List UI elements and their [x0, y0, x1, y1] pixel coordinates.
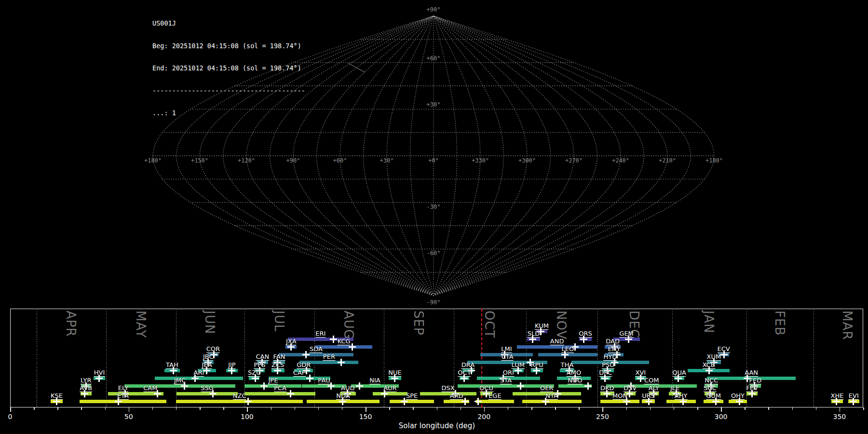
- shower-code-label: SPE: [406, 393, 418, 400]
- shower-code-label: LEO: [562, 346, 574, 353]
- shower-bar: [600, 400, 639, 403]
- x-axis-tick-label: 50: [124, 413, 133, 420]
- shower-bar: [124, 384, 235, 388]
- shower-peak-marker: [306, 375, 313, 382]
- station-id: US001J: [152, 20, 305, 27]
- shower-code-label: KUM: [535, 323, 549, 330]
- longitude-label: +240°: [612, 157, 629, 164]
- shower-code-label: JIP: [228, 362, 236, 369]
- shower-code-label: DSV: [624, 385, 637, 392]
- shower-peak-marker: [338, 359, 345, 366]
- month-label: MAY: [134, 311, 148, 338]
- month-label: JAN: [702, 311, 716, 333]
- shower-code-label: NDA: [336, 393, 350, 400]
- shower-code-label: DRA: [461, 362, 475, 369]
- longitude-label: +0°: [428, 157, 439, 164]
- shower-code-label: ETA: [117, 393, 129, 400]
- shower-code-label: GUM: [706, 393, 721, 400]
- shower-code-label: DKD: [600, 385, 614, 392]
- shower-bar: [176, 392, 237, 395]
- x-axis-minor-tick: [57, 407, 58, 410]
- x-axis-minor-tick: [223, 407, 224, 410]
- longitude-label: +210°: [659, 157, 676, 164]
- end-time: End: 20251012 04:15:08 (sol = 198.74°): [152, 65, 305, 72]
- x-axis-minor-tick: [437, 407, 438, 410]
- shower-peak-marker: [356, 382, 363, 390]
- x-axis-minor-tick: [105, 407, 106, 410]
- longitude-label: +30°: [380, 157, 394, 164]
- shower-bar: [517, 345, 597, 349]
- shower-code-label: HVI: [94, 369, 105, 377]
- x-axis-minor-tick: [508, 407, 509, 410]
- month-label: JUN: [203, 311, 217, 334]
- x-axis-minor-tick: [626, 407, 627, 410]
- shower-code-label: KSE: [51, 393, 63, 400]
- shower-code-label: SZC: [248, 369, 260, 377]
- shower-code-label: CAN: [256, 353, 269, 361]
- x-axis-minor-tick: [318, 407, 319, 410]
- shower-code-label: ORI: [503, 369, 514, 377]
- shower-bar: [315, 345, 372, 349]
- x-axis-major-tick: [129, 407, 130, 412]
- shower-code-label: HYD: [604, 353, 617, 361]
- shower-code-label: OHY: [731, 393, 745, 400]
- grid-meridian: [434, 16, 550, 296]
- shower-peak-marker: [517, 382, 524, 390]
- pole-south-label: -90°: [427, 299, 441, 306]
- shower-code-label: AVB: [80, 385, 92, 392]
- longitude-label: +300°: [518, 157, 536, 164]
- x-axis-minor-tick: [342, 407, 343, 410]
- month-label: OCT: [482, 311, 497, 339]
- shower-code-label: AND: [550, 338, 564, 345]
- x-axis-minor-tick: [816, 407, 817, 410]
- shower-code-label: PER: [323, 353, 335, 361]
- x-axis-minor-tick: [863, 407, 864, 410]
- shower-bar: [244, 392, 315, 395]
- shower-code-label: EGE: [488, 393, 502, 400]
- shower-code-label: CAM: [143, 385, 157, 392]
- shower-code-label: SLD: [528, 330, 540, 338]
- shower-code-label: STA: [500, 377, 512, 384]
- latitude-label: -30°: [427, 203, 441, 210]
- longitude-label: +180°: [144, 157, 162, 164]
- x-axis-minor-tick: [650, 407, 651, 410]
- shower-code-label: CAP: [293, 369, 306, 377]
- shower-code-label: NCC: [705, 377, 718, 384]
- x-axis-tick-label: 200: [477, 413, 490, 420]
- shower-code-label: XCB: [703, 362, 715, 369]
- longitude-label: +270°: [565, 157, 583, 164]
- meteor-trail: [348, 63, 365, 72]
- longitude-label: +120°: [238, 157, 255, 164]
- shower-code-label: ALY: [649, 385, 659, 392]
- month-label: NOV: [554, 311, 569, 339]
- month-separator-line: [106, 309, 107, 407]
- latitude-label: +30°: [427, 101, 441, 108]
- shower-code-label: LUM: [512, 362, 525, 369]
- shower-code-label: ZCS: [271, 362, 284, 369]
- begin-time: Beg: 20251012 04:15:08 (sol = 198.74°): [152, 42, 305, 50]
- shower-code-label: LMI: [501, 346, 512, 353]
- x-axis-minor-tick: [271, 407, 272, 410]
- x-axis-minor-tick: [555, 407, 556, 410]
- shower-code-label: JXA: [286, 338, 297, 345]
- x-axis-minor-tick: [792, 407, 793, 410]
- shower-code-label: ECV: [717, 346, 730, 353]
- shower-code-label: FEV: [746, 385, 758, 392]
- shower-code-label: ORS: [579, 330, 592, 338]
- shower-bar: [302, 384, 346, 388]
- x-axis-minor-tick: [531, 407, 532, 410]
- shower-code-label: JMC: [174, 377, 186, 384]
- longitude-label: +90°: [286, 157, 300, 164]
- shower-code-label: AUD: [341, 385, 354, 392]
- shower-code-label: LYR: [81, 377, 92, 384]
- shower-code-label: ERI: [315, 330, 326, 338]
- x-axis-major-tick: [10, 407, 11, 412]
- month-label: MAR: [840, 311, 854, 340]
- shower-code-label: FAN: [273, 353, 285, 361]
- shower-code-label: TAH: [166, 362, 178, 369]
- x-axis-major-tick: [602, 407, 603, 412]
- x-axis-minor-tick: [152, 407, 153, 410]
- shower-code-label: PAU: [318, 377, 330, 384]
- shower-code-label: OCU: [479, 385, 493, 392]
- shower-code-label: COM: [644, 377, 659, 384]
